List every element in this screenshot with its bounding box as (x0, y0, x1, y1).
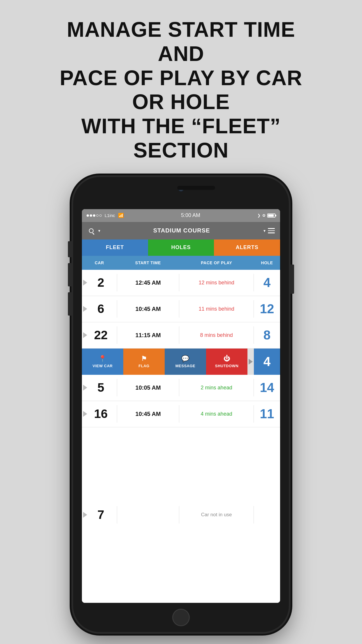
message-icon: 💬 (181, 355, 189, 363)
dot2 (90, 214, 92, 217)
table-row[interactable]: 16 10:45 AM 4 mins ahead 11 (82, 401, 280, 427)
phone-top-bar (73, 177, 289, 209)
signal-dots (87, 214, 102, 217)
flag-icon: ⚑ (141, 355, 147, 363)
table-row[interactable]: 7 Car not in use (82, 427, 280, 603)
carrier-label: L1inc (105, 213, 115, 218)
search-circle (89, 228, 94, 233)
divider (254, 506, 254, 524)
hamburger-line2 (268, 230, 275, 231)
course-chevron-right[interactable]: ▾ (263, 228, 266, 233)
dot4 (96, 214, 99, 217)
divider (117, 506, 117, 524)
arrow-shape (83, 512, 87, 518)
status-bar: L1inc 📶 5:00 AM ❯ ✿ (82, 209, 280, 222)
view-car-label: VIEW CAR (93, 364, 113, 368)
row-arrow (82, 427, 88, 603)
flag-button[interactable]: ⚑ FLAG (123, 349, 165, 375)
row-arrow (82, 296, 88, 322)
course-chevron-left[interactable]: ▾ (98, 228, 100, 233)
hole-number: 12 (254, 302, 280, 316)
hole-number: 11 (254, 407, 280, 421)
table-row[interactable]: 5 10:05 AM 2 mins ahead 14 (82, 375, 280, 401)
header-right: ▾ (263, 228, 275, 233)
pace-of-play: 8 mins behind (179, 332, 254, 338)
phone-shell: L1inc 📶 5:00 AM ❯ ✿ ▾ STADIUM COURSE (73, 177, 289, 632)
location-icon: ❯ (257, 213, 261, 218)
volume-up-button (68, 263, 71, 286)
col-header-start-time: START TIME (117, 260, 179, 265)
flag-label: FLAG (138, 364, 149, 368)
battery-fill (268, 214, 274, 217)
row-arrow (82, 401, 88, 427)
home-button[interactable] (172, 609, 190, 626)
dot3 (93, 214, 95, 217)
message-button[interactable]: 💬 MESSAGE (165, 349, 206, 375)
start-time: 11:15 AM (117, 332, 179, 339)
power-button-shape (291, 265, 294, 294)
screen: L1inc 📶 5:00 AM ❯ ✿ ▾ STADIUM COURSE (82, 209, 280, 603)
dot5 (99, 214, 102, 217)
row-arrow (82, 375, 88, 401)
row-arrow (82, 322, 88, 348)
phone-bottom (73, 603, 289, 632)
hole-number: 14 (254, 380, 280, 395)
bluetooth-icon: ✿ (262, 213, 266, 218)
col-header-hole: HOLE (254, 260, 280, 265)
power-button (291, 265, 294, 294)
hole-number: 8 (254, 328, 280, 342)
header-left[interactable]: ▾ (87, 227, 100, 235)
start-time: 10:05 AM (117, 384, 179, 391)
table-row[interactable]: 6 10:45 AM 11 mins behind 12 (82, 296, 280, 322)
status-left: L1inc 📶 (87, 213, 124, 218)
headline: MANAGE START TIME AND PACE OF PLAY BY CA… (50, 18, 312, 162)
pace-of-play: 2 mins ahead (179, 385, 254, 391)
wifi-icon: 📶 (118, 213, 124, 218)
col-header-pace: PACE OF PLAY (179, 260, 254, 265)
table-row[interactable]: 22 11:15 AM 8 mins behind 8 (82, 322, 280, 349)
pace-of-play: 4 mins ahead (179, 411, 254, 417)
hamburger-line3 (268, 232, 275, 233)
arrow-shape (83, 385, 87, 391)
column-headers: CAR START TIME PACE OF PLAY HOLE (82, 256, 280, 270)
arrow-shape (249, 359, 253, 365)
start-time: 10:45 AM (117, 411, 179, 417)
app-header: ▾ STADIUM COURSE ▾ (82, 222, 280, 239)
pace-of-play: 11 mins behind (179, 306, 254, 312)
view-car-icon: 📍 (99, 355, 107, 363)
battery-icon (267, 214, 275, 218)
tab-alerts[interactable]: ALERTS (214, 239, 280, 256)
status-time: 5:00 AM (181, 212, 200, 218)
course-title: STADIUM COURSE (153, 227, 210, 234)
view-car-button[interactable]: 📍 VIEW CAR (82, 349, 123, 375)
expanded-hole-number: 4 (254, 349, 280, 375)
start-time: 10:45 AM (117, 306, 179, 312)
arrow-shape (83, 332, 87, 338)
hamburger-menu-icon[interactable] (268, 228, 275, 233)
row-arrow (82, 270, 88, 296)
mute-button (68, 241, 71, 257)
message-label: MESSAGE (175, 364, 196, 368)
search-icon[interactable] (87, 227, 95, 235)
dot1 (87, 214, 89, 217)
tab-fleet[interactable]: FLEET (82, 239, 148, 256)
arrow-shape (83, 411, 87, 417)
speaker (177, 186, 215, 190)
arrow-shape (83, 280, 87, 286)
shutdown-label: SHUTDOWN (215, 364, 239, 368)
status-right: ❯ ✿ (257, 213, 275, 218)
hamburger-line1 (268, 228, 275, 229)
table-row[interactable]: 2 12:45 AM 12 mins behind 4 (82, 270, 280, 296)
volume-down-button (68, 292, 71, 316)
tab-holes[interactable]: HOLES (148, 239, 214, 256)
action-row-arrow (247, 349, 254, 375)
expanded-action-row: 📍 VIEW CAR ⚑ FLAG 💬 MESSAGE ⏻ SHUTDOWN 4 (82, 349, 280, 375)
arrow-shape (83, 306, 87, 312)
col-header-car: CAR (82, 260, 117, 265)
start-time: 12:45 AM (117, 279, 179, 286)
shutdown-button[interactable]: ⏻ SHUTDOWN (206, 349, 247, 375)
pace-of-play: 12 mins behind (179, 280, 254, 286)
hole-number: 4 (254, 275, 280, 290)
pace-of-play: Car not in use (179, 512, 254, 518)
shutdown-icon: ⏻ (224, 355, 230, 363)
